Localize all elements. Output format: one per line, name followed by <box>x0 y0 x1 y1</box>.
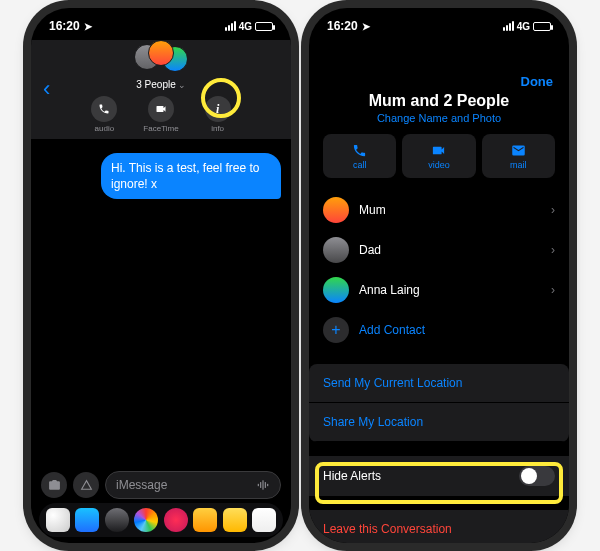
dictation-button[interactable] <box>256 478 270 492</box>
info-button[interactable]: i info <box>205 96 231 133</box>
svg-rect-1 <box>260 482 261 488</box>
dock-app[interactable] <box>134 508 158 532</box>
camera-icon <box>48 479 61 492</box>
status-time: 16:20 <box>49 19 80 33</box>
phone-icon <box>352 143 367 158</box>
battery-icon <box>533 22 551 31</box>
mail-label: mail <box>510 160 527 170</box>
notch <box>101 8 221 32</box>
chat-body[interactable]: Hi. This is a test, feel free to ignore!… <box>31 139 291 209</box>
facetime-button[interactable]: FaceTime <box>143 96 178 133</box>
app-dock <box>39 503 283 537</box>
svg-rect-3 <box>265 482 266 488</box>
iphone-messages-screen: 16:20 ➤ 4G ‹ 3 People⌄ audio <box>31 8 291 543</box>
contact-name: Anna Laing <box>359 283 541 297</box>
notch <box>379 8 499 32</box>
network-label: 4G <box>239 21 252 32</box>
mail-icon <box>511 143 526 158</box>
contact-name: Dad <box>359 243 541 257</box>
contact-row[interactable]: Dad › <box>323 230 555 270</box>
contact-list: Mum › Dad › Anna Laing › + Add Contact <box>309 190 569 350</box>
iphone-info-screen: 16:20 ➤ 4G Done Mum and 2 People Change … <box>309 8 569 543</box>
chevron-right-icon: › <box>551 283 555 297</box>
share-location-button[interactable]: Share My Location <box>309 403 569 442</box>
dock-app[interactable] <box>105 508 129 532</box>
done-button[interactable]: Done <box>521 74 554 89</box>
group-name: Mum and 2 People <box>309 92 569 110</box>
hide-alerts-label: Hide Alerts <box>323 469 381 483</box>
plus-icon: + <box>323 317 349 343</box>
dock-app[interactable] <box>164 508 188 532</box>
conversation-info-panel: Done Mum and 2 People Change Name and Ph… <box>309 38 569 543</box>
message-input[interactable]: iMessage <box>105 471 281 499</box>
avatar <box>323 277 349 303</box>
location-arrow-icon: ➤ <box>362 21 370 32</box>
status-time: 16:20 <box>327 19 358 33</box>
location-arrow-icon: ➤ <box>84 21 92 32</box>
video-icon <box>431 143 446 158</box>
contact-row[interactable]: Mum › <box>323 190 555 230</box>
dock-app[interactable] <box>223 508 247 532</box>
phone-icon <box>98 103 110 115</box>
add-contact-button[interactable]: + Add Contact <box>323 310 555 350</box>
group-title[interactable]: 3 People⌄ <box>31 79 291 90</box>
message-input-row: iMessage <box>31 471 291 499</box>
appstore-icon <box>80 479 93 492</box>
leave-conversation-button[interactable]: Leave this Conversation <box>309 510 569 543</box>
chevron-right-icon: › <box>551 203 555 217</box>
chevron-right-icon: › <box>551 243 555 257</box>
group-title-text: 3 People <box>136 79 175 90</box>
video-icon <box>155 103 167 115</box>
video-label: video <box>428 160 450 170</box>
dock-app[interactable] <box>252 508 276 532</box>
camera-button[interactable] <box>41 472 67 498</box>
signal-icon <box>503 21 514 31</box>
group-avatars[interactable] <box>31 40 291 76</box>
change-name-photo-link[interactable]: Change Name and Photo <box>309 112 569 124</box>
video-button[interactable]: video <box>402 134 475 178</box>
message-placeholder: iMessage <box>116 478 167 492</box>
svg-rect-4 <box>267 484 268 486</box>
avatar <box>323 197 349 223</box>
svg-rect-0 <box>258 484 259 486</box>
network-label: 4G <box>517 21 530 32</box>
signal-icon <box>225 21 236 31</box>
dock-app[interactable] <box>193 508 217 532</box>
info-icon: i <box>216 102 219 117</box>
avatar <box>323 237 349 263</box>
sent-message-bubble[interactable]: Hi. This is a test, feel free to ignore!… <box>101 153 281 199</box>
dock-app[interactable] <box>46 508 70 532</box>
audio-button[interactable]: audio <box>91 96 117 133</box>
battery-icon <box>255 22 273 31</box>
apps-button[interactable] <box>73 472 99 498</box>
hide-alerts-row: Hide Alerts <box>309 456 569 496</box>
add-contact-label: Add Contact <box>359 323 425 337</box>
mail-button[interactable]: mail <box>482 134 555 178</box>
messages-header: ‹ 3 People⌄ audio FaceTime <box>31 40 291 139</box>
send-location-button[interactable]: Send My Current Location <box>309 364 569 403</box>
call-label: call <box>353 160 367 170</box>
facetime-label: FaceTime <box>143 124 178 133</box>
audio-label: audio <box>95 124 115 133</box>
contact-name: Mum <box>359 203 541 217</box>
avatar <box>148 40 174 66</box>
contact-row[interactable]: Anna Laing › <box>323 270 555 310</box>
info-label: info <box>211 124 224 133</box>
chevron-down-icon: ⌄ <box>178 80 186 90</box>
dock-app[interactable] <box>75 508 99 532</box>
hide-alerts-toggle[interactable] <box>519 466 555 486</box>
call-button[interactable]: call <box>323 134 396 178</box>
back-button[interactable]: ‹ <box>43 76 50 102</box>
svg-rect-2 <box>262 480 263 489</box>
waveform-icon <box>256 478 270 492</box>
